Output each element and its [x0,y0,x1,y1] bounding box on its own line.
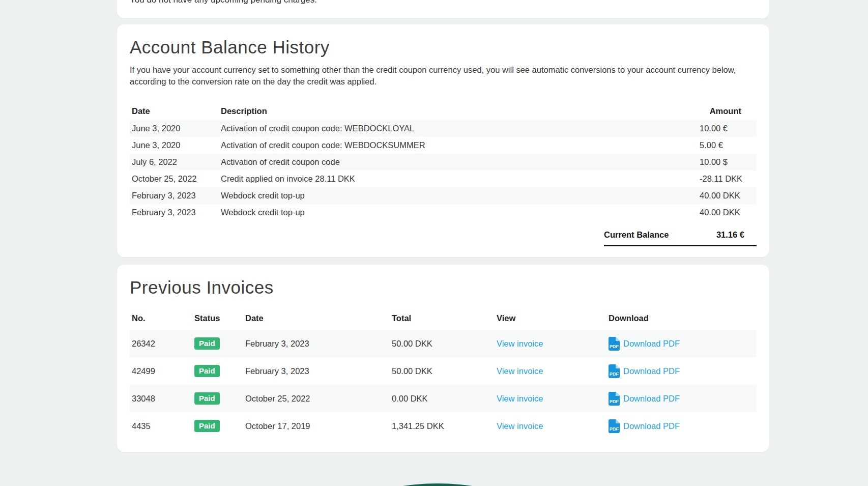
balance-amount: 40.00 DKK [697,187,757,204]
balance-description: Activation of credit coupon code: WEBDOC… [219,137,697,154]
invoice-number: 42499 [130,357,192,385]
invoice-date: October 25, 2022 [243,385,390,412]
invoice-total: 50.00 DKK [390,357,495,385]
balance-date: February 3, 2023 [130,187,219,204]
view-invoice-link[interactable]: View invoice [497,394,543,403]
pdf-file-icon: PDF [609,364,620,378]
account-balance-history-card: Account Balance History If you have your… [117,24,769,257]
pdf-icon-label: PDF [610,344,619,349]
balance-description: Activation of credit coupon code: WEBDOC… [219,120,697,137]
invoice-total: 0.00 DKK [390,385,495,412]
download-pdf-link[interactable]: PDF Download PDF [609,364,757,378]
download-pdf-label[interactable]: Download PDF [623,394,680,404]
pending-charges-card: You do not have any upcoming pending cha… [117,0,769,18]
invoice-number: 26342 [130,330,192,357]
invoices-col-no: No. [130,306,192,330]
balance-description: Webdock credit top-up [219,187,697,204]
table-row: 42499 Paid February 3, 2023 50.00 DKK Vi… [130,357,757,385]
download-pdf-label[interactable]: Download PDF [623,421,680,431]
pdf-file-icon: PDF [609,392,620,406]
download-pdf-link[interactable]: PDF Download PDF [609,419,757,433]
invoices-col-date: Date [243,306,390,330]
balance-table-header-row: Date Description Amount [130,102,757,120]
previous-invoices-title: Previous Invoices [130,276,274,299]
table-row: June 3, 2020 Activation of credit coupon… [130,137,757,154]
account-balance-history-description: If you have your account currency set to… [130,64,761,88]
download-pdf-label[interactable]: Download PDF [623,339,680,349]
table-row: 33048 Paid October 25, 2022 0.00 DKK Vie… [130,385,757,412]
balance-col-date: Date [130,102,219,120]
pending-charges-message: You do not have any upcoming pending cha… [130,0,317,6]
current-balance-row: Current Balance 31.16 € [604,230,757,246]
invoices-col-status: Status [192,306,243,330]
download-pdf-link[interactable]: PDF Download PDF [609,392,757,406]
status-badge: Paid [194,420,220,432]
balance-description: Credit applied on invoice 28.11 DKK [219,170,697,187]
view-invoice-link[interactable]: View invoice [497,339,543,348]
view-invoice-link[interactable]: View invoice [497,421,543,431]
view-invoice-link[interactable]: View invoice [497,366,543,376]
invoice-date: February 3, 2023 [243,330,390,357]
pdf-file-icon: PDF [609,419,620,433]
invoices-col-total: Total [390,306,495,330]
pdf-icon-label: PDF [610,426,619,432]
balance-amount: -28.11 DKK [697,170,757,187]
balance-amount: 5.00 € [697,137,757,154]
pdf-file-icon: PDF [609,337,620,351]
invoice-date: February 3, 2023 [243,357,390,385]
pdf-icon-label: PDF [610,371,619,377]
invoice-number: 33048 [130,385,192,412]
invoices-col-view: View [495,306,606,330]
account-balance-history-title: Account Balance History [130,36,330,59]
balance-amount: 10.00 $ [697,154,757,170]
balance-amount: 40.00 DKK [697,204,757,221]
status-badge: Paid [194,337,220,350]
balance-col-amount: Amount [697,102,757,120]
download-pdf-link[interactable]: PDF Download PDF [609,337,757,351]
table-row: 4435 Paid October 17, 2019 1,341.25 DKK … [130,412,757,440]
invoices-col-download: Download [606,306,757,330]
balance-date: October 25, 2022 [130,170,219,187]
balance-date: February 3, 2023 [130,204,219,221]
table-row: February 3, 2023 Webdock credit top-up 4… [130,187,757,204]
balance-date: June 3, 2020 [130,120,219,137]
table-row: June 3, 2020 Activation of credit coupon… [130,120,757,137]
table-row: July 6, 2022 Activation of credit coupon… [130,154,757,170]
bottom-dark-circle [201,483,674,486]
invoice-number: 4435 [130,412,192,440]
current-balance-value: 31.16 € [716,230,757,240]
balance-description: Activation of credit coupon code [219,154,697,170]
balance-amount: 10.00 € [697,120,757,137]
status-badge: Paid [194,365,220,377]
invoices-table: No. Status Date Total View Download 2634… [130,306,757,440]
table-row: October 25, 2022 Credit applied on invoi… [130,170,757,187]
invoices-table-header-row: No. Status Date Total View Download [130,306,757,330]
current-balance-label: Current Balance [604,230,669,240]
table-row: February 3, 2023 Webdock credit top-up 4… [130,204,757,221]
invoice-total: 50.00 DKK [390,330,495,357]
balance-description: Webdock credit top-up [219,204,697,221]
previous-invoices-card: Previous Invoices No. Status Date Total … [117,265,769,452]
balance-date: July 6, 2022 [130,154,219,170]
balance-col-description: Description [219,102,697,120]
pdf-icon-label: PDF [610,399,619,404]
balance-date: June 3, 2020 [130,137,219,154]
table-row: 26342 Paid February 3, 2023 50.00 DKK Vi… [130,330,757,357]
invoice-date: October 17, 2019 [243,412,390,440]
balance-history-table: Date Description Amount June 3, 2020 Act… [130,102,757,221]
status-badge: Paid [194,392,220,405]
download-pdf-label[interactable]: Download PDF [623,366,680,376]
invoice-total: 1,341.25 DKK [390,412,495,440]
